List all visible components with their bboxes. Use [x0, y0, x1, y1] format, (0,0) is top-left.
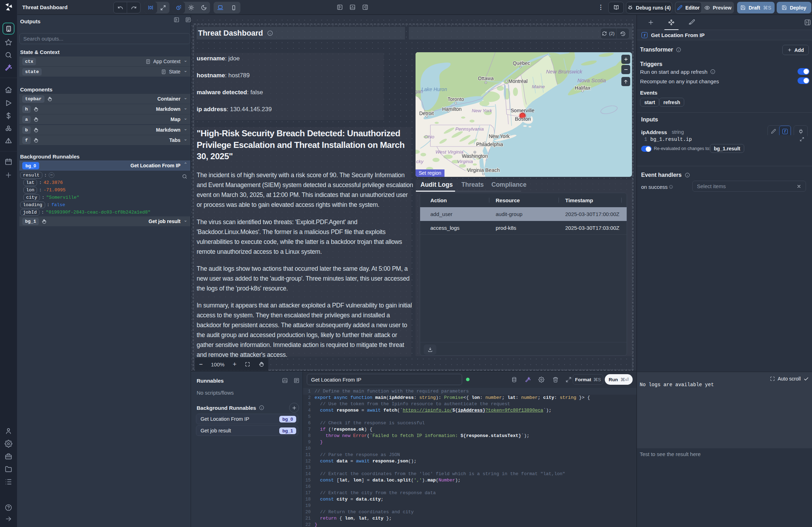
svg-text:Montréal: Montréal — [508, 78, 527, 84]
svg-text:Québec: Québec — [513, 60, 530, 66]
svg-text:Virginia Beach: Virginia Beach — [467, 167, 500, 173]
svg-text:Ohio: Ohio — [424, 134, 435, 139]
svg-text:West Virginia: West Virginia — [435, 149, 464, 155]
svg-text:Nova Scotia: Nova Scotia — [578, 77, 606, 83]
svg-text:Hamilton: Hamilton — [442, 106, 461, 112]
svg-text:Maine: Maine — [532, 84, 545, 89]
svg-text:Detroit: Detroit — [419, 110, 434, 116]
svg-text:Washington: Washington — [462, 153, 488, 159]
svg-text:Lake Huron: Lake Huron — [422, 86, 447, 92]
svg-text:New Brunswick: New Brunswick — [546, 68, 583, 74]
svg-text:Virginia: Virginia — [457, 159, 473, 164]
svg-text:Pennsylvania: Pennsylvania — [455, 126, 484, 132]
svg-text:Ottawa: Ottawa — [478, 76, 494, 81]
svg-text:Boston: Boston — [515, 116, 531, 122]
svg-text:New York: New York — [472, 108, 492, 113]
svg-text:Toronto: Toronto — [448, 96, 464, 102]
svg-text:cky: cky — [416, 159, 424, 164]
svg-text:New York: New York — [489, 133, 510, 139]
svg-text:Halifax: Halifax — [575, 85, 591, 91]
svg-text:Somerville: Somerville — [511, 108, 535, 113]
svg-text:Philadelphia: Philadelphia — [476, 142, 503, 147]
